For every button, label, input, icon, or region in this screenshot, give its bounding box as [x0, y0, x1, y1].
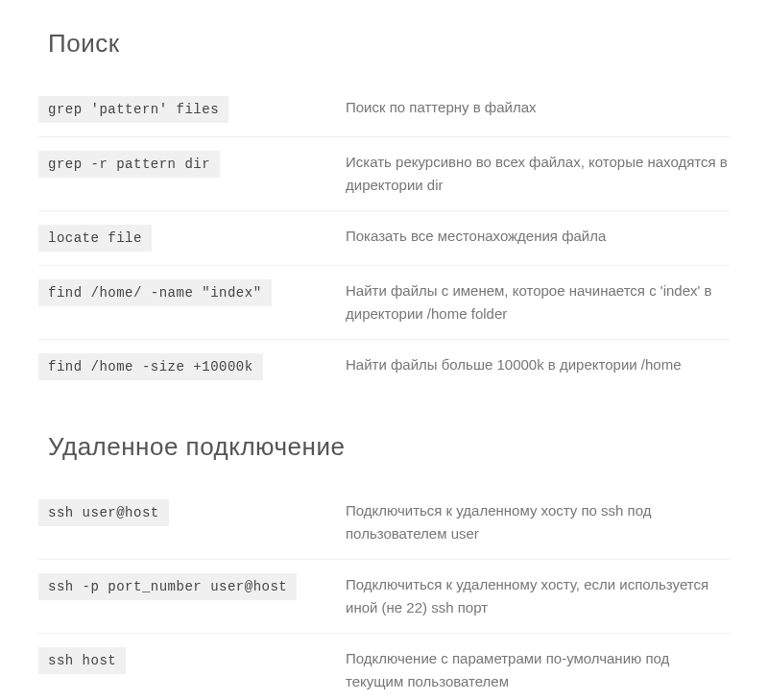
command-description: Подключиться к удаленному хосту по ssh п…	[346, 502, 652, 542]
desc-cell: Поиск по паттерну в файлах	[336, 96, 730, 119]
table-row: ssh user@host Подключиться к удаленному …	[38, 486, 730, 560]
cmd-cell: find /home/ -name "index"	[38, 279, 336, 306]
command-code: ssh -p port_number user@host	[38, 573, 297, 600]
section-remote: Удаленное подключение ssh user@host Подк…	[38, 432, 730, 700]
command-description: Найти файлы с именем, которое начинается…	[346, 282, 712, 322]
command-code: grep 'pattern' files	[38, 96, 228, 123]
section-title-remote: Удаленное подключение	[38, 432, 730, 462]
command-code: find /home -size +10000k	[38, 353, 263, 380]
table-row: locate file Показать все местонахождения…	[38, 211, 730, 266]
command-code: ssh host	[38, 647, 126, 674]
section-search: Поиск grep 'pattern' files Поиск по патт…	[38, 29, 730, 394]
command-code: find /home/ -name "index"	[38, 279, 272, 306]
command-code: locate file	[38, 225, 152, 252]
cmd-cell: ssh -p port_number user@host	[38, 573, 336, 600]
table-row: find /home -size +10000k Найти файлы бол…	[38, 340, 730, 394]
desc-cell: Найти файлы больше 10000k в директории /…	[336, 353, 730, 376]
cmd-cell: locate file	[38, 225, 336, 252]
command-description: Найти файлы больше 10000k в директории /…	[346, 356, 682, 373]
command-description: Показать все местонахождения файла	[346, 228, 606, 244]
section-title-search: Поиск	[38, 29, 730, 59]
cmd-cell: ssh user@host	[38, 499, 336, 526]
command-code: ssh user@host	[38, 499, 169, 526]
cmd-cell: find /home -size +10000k	[38, 353, 336, 380]
command-description: Подключиться к удаленному хосту, если ис…	[346, 576, 708, 616]
desc-cell: Искать рекурсивно во всех файлах, которы…	[336, 151, 730, 197]
table-row: grep -r pattern dir Искать рекурсивно во…	[38, 137, 730, 211]
command-description: Поиск по паттерну в файлах	[346, 99, 537, 115]
command-code: grep -r pattern dir	[38, 151, 220, 178]
desc-cell: Подключение с параметрами по-умолчанию п…	[336, 647, 730, 693]
table-row: ssh host Подключение с параметрами по-ум…	[38, 634, 730, 700]
command-description: Искать рекурсивно во всех файлах, которы…	[346, 154, 728, 193]
table-row: find /home/ -name "index" Найти файлы с …	[38, 266, 730, 340]
desc-cell: Подключиться к удаленному хосту по ssh п…	[336, 499, 730, 545]
cmd-cell: grep -r pattern dir	[38, 151, 336, 178]
command-description: Подключение с параметрами по-умолчанию п…	[346, 650, 669, 689]
table-row: grep 'pattern' files Поиск по паттерну в…	[38, 83, 730, 137]
desc-cell: Подключиться к удаленному хосту, если ис…	[336, 573, 730, 619]
cmd-cell: ssh host	[38, 647, 336, 674]
cmd-cell: grep 'pattern' files	[38, 96, 336, 123]
desc-cell: Найти файлы с именем, которое начинается…	[336, 279, 730, 326]
table-row: ssh -p port_number user@host Подключитьс…	[38, 560, 730, 634]
desc-cell: Показать все местонахождения файла	[336, 225, 730, 248]
